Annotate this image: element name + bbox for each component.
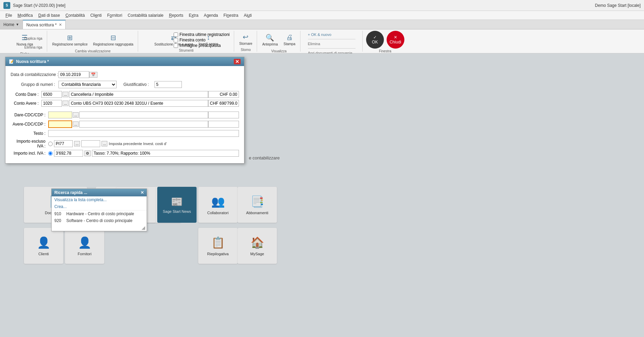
testo-label: Testo : <box>11 131 48 136</box>
conto-avere-desc[interactable] <box>69 100 208 107</box>
nuova-scrittura-dialog: 📝 Nuova scrittura * ✕ Data di contabiliz… <box>5 57 244 164</box>
menu-agenda[interactable]: Agenda <box>201 12 220 19</box>
imp-precedente-text: Imposta precedente Invest. costi d' <box>109 142 239 146</box>
demo-title: Demo Sage Start [locale] <box>595 3 641 8</box>
toolbar-group-storno: ↩ Stornare Storno <box>235 31 257 52</box>
dare-cdc-browse[interactable]: ... <box>73 112 79 118</box>
gruppo-label: Gruppo di numeri : <box>11 82 58 87</box>
conto-dare-num[interactable] <box>41 91 62 98</box>
dropdown-desc-910: Hardware - Centro di costo principale <box>66 211 144 216</box>
importo-incl-radio[interactable] <box>48 151 53 156</box>
conto-avere-num[interactable] <box>41 100 62 107</box>
conto-dare-browse[interactable]: ... <box>63 92 68 97</box>
menu-file[interactable]: File <box>3 12 15 19</box>
finestra-buttons: ✓ OK ✕ Chiudi <box>366 31 404 49</box>
dare-cdc-input[interactable] <box>48 112 72 118</box>
testo-input[interactable] <box>48 130 239 137</box>
menu-contabilita[interactable]: Contabilità <box>63 12 88 19</box>
menu-extra[interactable]: Extra <box>186 12 201 19</box>
importo-excl-row: Importo escluso IVA : ... ... Imposta pr… <box>11 139 239 148</box>
conto-avere-browse[interactable]: ... <box>63 101 68 106</box>
toolbar-group-righe: ☰ Nuova riga Duplica riga Elimina riga R… <box>3 31 47 52</box>
gruppo-select[interactable]: Contabilità finanziaria <box>58 81 117 88</box>
stampa-button[interactable]: 🖨 Stampa <box>281 31 298 49</box>
dropdown-row-910[interactable]: 910 Hardware - Centro di costo principal… <box>52 210 147 217</box>
importo-incl-label: Importo incl. IVA : <box>11 151 48 156</box>
reg-semplice-icon: ⊞ <box>67 34 73 42</box>
avere-cdc-input[interactable] <box>48 120 72 128</box>
menu-clienti[interactable]: Clienti <box>88 12 104 19</box>
dropdown-crea[interactable]: Crea... <box>52 203 147 210</box>
iva-code-input[interactable] <box>54 140 73 147</box>
stornare-button[interactable]: ↩ Stornare <box>237 31 255 47</box>
ok-button[interactable]: ✓ OK <box>366 31 384 49</box>
toolbar-group-registrazione: + OK & nuovo Elimina Apri documenti di p… <box>301 31 363 52</box>
avere-cdc-browse[interactable]: ... <box>73 121 79 127</box>
dropdown-lista-completa[interactable]: Visualizza la lista completa... <box>52 196 147 203</box>
toolbar-group-strumenti: ⇄ Sostituzione dare e avere ↕ Inverti se… <box>139 31 234 52</box>
dropdown-resize-handle[interactable]: ◢ <box>52 224 147 231</box>
elimina-riga-button[interactable]: Elimina riga <box>23 43 44 51</box>
conto-dare-amount[interactable] <box>208 91 239 98</box>
dare-cdc-desc[interactable] <box>79 112 208 118</box>
iva-num2-input[interactable] <box>81 140 100 147</box>
dare-cdc-amount[interactable] <box>208 112 239 118</box>
dialog-body: Data di contabilizzazione : 📅 Gruppo di … <box>5 66 244 163</box>
iva-tasso-input[interactable] <box>92 150 239 157</box>
ok-nuovo-button[interactable]: + OK & nuovo <box>308 32 355 37</box>
data-label: Data di contabilizzazione : <box>11 72 58 77</box>
iva-calc-input[interactable] <box>54 150 83 157</box>
menu-aiuti[interactable]: Aiuti <box>241 12 254 19</box>
giustificativo-input[interactable] <box>155 81 182 88</box>
toolbar-group-finestra: ✓ OK ✕ Chiudi Finestra <box>363 31 407 52</box>
stornare-icon: ↩ <box>243 33 249 41</box>
avere-cdc-amount[interactable] <box>208 121 239 128</box>
dropdown-row-920[interactable]: 920 Software - Centro di costo principal… <box>52 217 147 224</box>
menu-finestra[interactable]: Finestra <box>221 12 241 19</box>
tab-home[interactable]: Home ▼ <box>0 20 23 29</box>
duplica-riga-button[interactable]: Duplica riga <box>23 34 44 42</box>
iva-num2-browse[interactable]: ... <box>102 141 107 146</box>
dare-cdc-label: Dare-CDC/CDP : <box>11 113 48 117</box>
immagine-check[interactable]: Immagine preacquisita <box>174 43 230 48</box>
dialog-close-button[interactable]: ✕ <box>234 59 241 64</box>
data-input[interactable] <box>58 71 89 78</box>
menu-fornitori[interactable]: Fornitori <box>105 12 125 19</box>
app-logo: S <box>3 2 10 9</box>
gruppo-row: Gruppo di numeri : Contabilità finanziar… <box>11 81 239 88</box>
iva-calc-button[interactable]: ⚙ <box>84 151 91 156</box>
data-row: Data di contabilizzazione : 📅 <box>11 71 239 78</box>
reg-semplice-button[interactable]: ⊞ Registrazione semplice <box>50 31 90 49</box>
dropdown-title-bar: Ricerca rapida ... ✕ <box>52 189 147 196</box>
testo-row: Testo : <box>11 130 239 137</box>
conto-avere-amount[interactable] <box>208 100 239 107</box>
anteprima-button[interactable]: 🔍 Anteprima <box>260 31 280 49</box>
finestra-ult-check[interactable]: Finestra ultime registrazioni <box>174 32 230 37</box>
avere-cdc-desc[interactable] <box>79 121 208 128</box>
importo-excl-fields: ... ... Imposta precedente Invest. costi… <box>54 140 239 147</box>
conto-dare-desc[interactable] <box>69 91 208 98</box>
elimina-button[interactable]: Elimina <box>308 41 355 46</box>
tab-close-icon[interactable]: ✕ <box>59 23 62 27</box>
dropdown-close-button[interactable]: ✕ <box>140 190 144 195</box>
dropdown-scroll: 910 Hardware - Centro di costo principal… <box>52 210 147 224</box>
reg-raggruppata-button[interactable]: ⊟ Registrazione raggruppata <box>91 31 136 49</box>
iva-browse-button[interactable]: ... <box>74 141 80 146</box>
menu-modifica[interactable]: Modifica <box>15 12 36 19</box>
menu-dati[interactable]: Dati di base <box>36 12 63 19</box>
toolbar: ☰ Nuova riga Duplica riga Elimina riga R… <box>0 29 644 53</box>
menu-contabilita-salariale[interactable]: Contabilità salariale <box>125 12 166 19</box>
conto-dare-row: Conto Dare : ... <box>11 91 239 98</box>
avere-cdc-row: Avere-CDC/CDP : ... <box>11 120 239 128</box>
menu-bar: File Modifica Dati di base Contabilità C… <box>0 11 644 20</box>
importo-excl-radio[interactable] <box>48 142 53 146</box>
tab-nuova-scrittura[interactable]: Nuova scrittura * ✕ <box>23 20 66 29</box>
data-calendar-button[interactable]: 📅 <box>89 72 97 78</box>
tab-home-arrow: ▼ <box>16 23 19 26</box>
giustificativo-label: Giustificativo : <box>123 82 152 87</box>
menu-reports[interactable]: Reports <box>166 12 186 19</box>
toolbar-group-cambia: ⊞ Registrazione semplice ⊟ Registrazione… <box>48 31 138 52</box>
toolbar-group-visualizza: 🔍 Anteprima 🖨 Stampa Visualizza <box>258 31 300 52</box>
finestra-conto-check[interactable]: Finestra conto <box>174 38 230 42</box>
chiudi-button[interactable]: ✕ Chiudi <box>387 31 404 49</box>
